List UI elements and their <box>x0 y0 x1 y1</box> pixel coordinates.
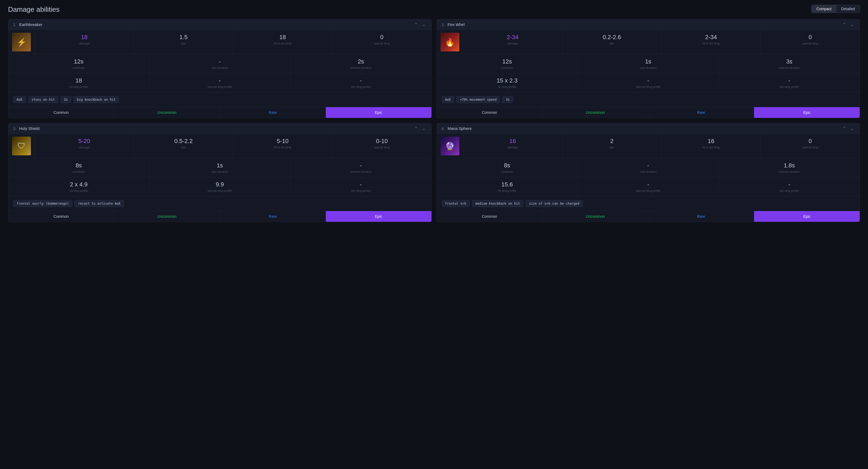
rarity-button-common[interactable]: Common <box>8 211 114 222</box>
special-profile-value: - <box>581 181 716 188</box>
rarity-button-common[interactable]: Common <box>437 107 542 118</box>
rarity-button-epic[interactable]: Epic <box>326 107 431 118</box>
dot-profile-label: dot dmg profile <box>293 85 429 89</box>
stat-cooldown: 8s cooldown <box>437 158 578 177</box>
hit-dot-value: 5-10 <box>236 138 329 145</box>
stat-special-profile: - special dmg profile <box>578 73 719 92</box>
card-number: 1. <box>13 22 17 27</box>
collapse-up-button[interactable]: ⌃ <box>841 22 847 27</box>
detailed-view-button[interactable]: Detailed <box>836 5 860 12</box>
rarity-button-common[interactable]: Common <box>437 211 542 222</box>
special-profile-label: special dmg profile <box>152 85 288 89</box>
dot-profile-label: dot dmg profile <box>722 85 857 89</box>
card-body: 5-20 damage 0.5-2.2 dps 5-10 hit & dot d… <box>8 134 431 222</box>
stat-hit-profile: 15 x 2.3 hit dmg profile <box>437 73 578 92</box>
duration-stats-row: 8s cooldown 1s cast duration - channel d… <box>8 158 431 177</box>
stat-hit-profile: 2 x 4.9 hit dmg profile <box>8 177 150 196</box>
rarity-button-uncommon[interactable]: Uncommon <box>542 107 648 118</box>
channel-label: channel duration <box>293 66 429 69</box>
stat-special-profile: - special dmg profile <box>150 73 291 92</box>
damage-label: damage <box>37 146 131 149</box>
rarity-button-rare[interactable]: Rare <box>648 107 754 118</box>
card-body: 16 damage 2 dps 16 hit & dot dmg 0 speci… <box>437 134 860 222</box>
dps-value: 2 <box>565 138 659 145</box>
stat-dot-profile: - dot dmg profile <box>719 177 860 196</box>
ability-card: 1. Earthbreaker ⌃ ⌄ 18 damage <box>8 19 432 118</box>
compact-view-button[interactable]: Compact <box>812 5 836 12</box>
rarity-button-rare[interactable]: Rare <box>220 211 326 222</box>
collapse-up-button[interactable]: ⌃ <box>413 22 419 27</box>
damage-value: 16 <box>466 138 560 145</box>
damage-label: damage <box>466 146 560 149</box>
rarity-button-epic[interactable]: Epic <box>326 211 431 222</box>
main-stats-row: 5-20 damage 0.5-2.2 dps 5-10 hit & dot d… <box>8 134 431 158</box>
page-title: Damage abilities <box>8 5 860 14</box>
special-dmg-value: 0-10 <box>335 138 429 145</box>
collapse-down-button[interactable]: ⌄ <box>421 126 427 131</box>
hit-dot-label: hit & dot dmg <box>236 42 329 45</box>
stat-cooldown: 12s cooldown <box>437 54 578 73</box>
card-number: 4. <box>442 126 445 131</box>
stat-cast: - cast duration <box>150 54 291 73</box>
cooldown-label: cooldown <box>11 66 147 69</box>
hit-profile-label: hit dmg profile <box>439 85 575 89</box>
ability-icon <box>440 33 459 52</box>
collapse-up-button[interactable]: ⌃ <box>841 126 847 131</box>
cooldown-label: cooldown <box>439 66 575 69</box>
collapse-down-button[interactable]: ⌄ <box>421 22 427 27</box>
collapse-up-button[interactable]: ⌃ <box>413 126 419 131</box>
special-profile-label: special dmg profile <box>581 189 716 192</box>
icon-cell <box>8 30 35 54</box>
collapse-down-button[interactable]: ⌄ <box>849 22 855 27</box>
card-title: Earthbreaker <box>19 22 42 27</box>
stat-hit-profile: 15.6 hit dmg profile <box>437 177 578 196</box>
rarity-button-epic[interactable]: Epic <box>754 107 860 118</box>
dot-profile-value: - <box>293 77 429 84</box>
main-stats-row: 18 damage 1.5 dps 18 hit & dot dmg 0 spe… <box>8 30 431 54</box>
dot-profile-label: dot dmg profile <box>293 189 429 192</box>
header-arrows: ⌃ ⌄ <box>413 126 427 131</box>
hit-profile-value: 15 x 2.3 <box>439 77 575 84</box>
special-dmg-value: 0 <box>764 138 857 145</box>
ability-tag: frontal orb <box>442 200 470 207</box>
profile-stats-row: 2 x 4.9 hit dmg profile 9.9 special dmg … <box>8 177 431 196</box>
channel-value: - <box>293 162 429 169</box>
stat-hit-dot: 18 hit & dot dmg <box>233 30 332 54</box>
stat-cast: 1s cast duration <box>578 54 719 73</box>
stat-dps: 0.2-2.6 dps <box>562 30 662 54</box>
card-header: 1. Earthbreaker ⌃ ⌄ <box>8 19 431 30</box>
special-dmg-label: special dmg <box>335 42 429 45</box>
cooldown-value: 12s <box>11 58 147 65</box>
stat-dot-profile: - dot dmg profile <box>290 177 431 196</box>
dps-label: dps <box>137 42 230 45</box>
rarity-button-uncommon[interactable]: Uncommon <box>542 211 648 222</box>
card-number: 3. <box>13 126 17 131</box>
rarity-button-uncommon[interactable]: Uncommon <box>114 211 220 222</box>
ability-card: 3. Holy Shield ⌃ ⌄ 5-20 damage <box>8 123 432 222</box>
collapse-down-button[interactable]: ⌄ <box>849 126 855 131</box>
view-toggle[interactable]: Compact Detailed <box>811 5 860 13</box>
rarity-row: CommonUncommonRareEpic <box>8 211 431 222</box>
stat-cooldown: 8s cooldown <box>8 158 150 177</box>
rarity-button-common[interactable]: Common <box>8 107 114 118</box>
dps-label: dps <box>565 42 659 45</box>
header-arrows: ⌃ ⌄ <box>841 22 855 27</box>
cast-value: 1s <box>581 58 716 65</box>
ability-tag: medium knockback on hit <box>472 200 523 207</box>
hit-dot-value: 2-34 <box>664 34 758 41</box>
rarity-button-rare[interactable]: Rare <box>220 107 326 118</box>
cooldown-value: 8s <box>11 162 147 169</box>
dps-value: 0.5-2.2 <box>137 138 230 145</box>
main-stats-row: 2-34 damage 0.2-2.6 dps 2-34 hit & dot d… <box>437 30 860 54</box>
profile-stats-row: 18 hit dmg profile - special dmg profile… <box>8 73 431 92</box>
rarity-button-uncommon[interactable]: Uncommon <box>114 107 220 118</box>
stat-channel: 2s channel duration <box>290 54 431 73</box>
ability-tag: AoE <box>442 96 455 103</box>
icon-cell <box>8 134 35 158</box>
hit-profile-label: hit dmg profile <box>439 189 575 192</box>
dot-profile-label: dot dmg profile <box>722 189 857 192</box>
ability-icon <box>440 137 459 155</box>
rarity-button-epic[interactable]: Epic <box>754 211 860 222</box>
rarity-button-rare[interactable]: Rare <box>648 211 754 222</box>
damage-value: 18 <box>37 34 131 41</box>
